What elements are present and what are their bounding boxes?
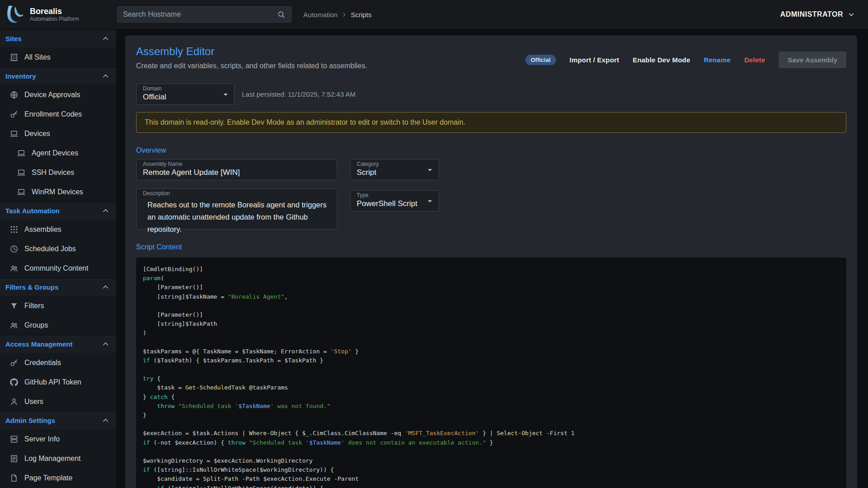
code-line: try { bbox=[143, 374, 846, 383]
code-line bbox=[143, 420, 846, 429]
overview-label: Overview bbox=[136, 146, 846, 155]
sidebar-item-scheduled-jobs[interactable]: Scheduled Jobs bbox=[0, 239, 116, 258]
sidebar-item-label: GitHub API Token bbox=[24, 378, 81, 386]
import-export-button[interactable]: Import / Export bbox=[570, 56, 619, 64]
delete-button[interactable]: Delete bbox=[744, 56, 765, 64]
user-menu[interactable]: ADMINISTRATOR bbox=[780, 10, 855, 19]
type-select[interactable]: Type PowerShell Script bbox=[350, 190, 439, 211]
sidebar-item-users[interactable]: Users bbox=[0, 392, 116, 411]
script-editor[interactable]: [CmdletBinding()]param( [Parameter()] [s… bbox=[136, 258, 846, 488]
description-field[interactable]: Description Reaches out to the remote Bo… bbox=[136, 188, 337, 230]
key-icon bbox=[9, 110, 19, 119]
key-icon bbox=[9, 358, 19, 367]
sidebar-item-all-sites[interactable]: All Sites bbox=[0, 47, 116, 67]
sidebar-item-ssh-devices[interactable]: SSH Devices bbox=[0, 163, 116, 182]
sidebar-section-task-automation[interactable]: Task Automation bbox=[0, 202, 116, 220]
filter-icon bbox=[9, 301, 19, 310]
breadcrumb-scripts[interactable]: Scripts bbox=[351, 11, 372, 19]
sidebar-section-admin-settings[interactable]: Admin Settings bbox=[0, 411, 116, 429]
clock-icon bbox=[9, 244, 19, 253]
sidebar-item-winrm-devices[interactable]: WinRM Devices bbox=[0, 182, 116, 202]
sidebar-item-github-api-token[interactable]: GitHub API Token bbox=[0, 372, 116, 392]
github-icon bbox=[9, 378, 19, 387]
sidebar-section-label: Inventory bbox=[5, 72, 36, 80]
sidebar-item-enrollment-codes[interactable]: Enrollment Codes bbox=[0, 104, 116, 124]
sidebar-section-filters-groups[interactable]: Filters & Groups bbox=[0, 278, 116, 296]
description-value: Reaches out to the remote Borealis agent… bbox=[143, 197, 330, 235]
domain-badge: Official bbox=[525, 55, 556, 65]
sidebar-section-inventory[interactable]: Inventory bbox=[0, 67, 116, 85]
dropdown-caret-icon bbox=[425, 165, 435, 175]
category-label: Category bbox=[357, 161, 422, 167]
overview-fields: Assembly Name Remote Agent Update [WIN] … bbox=[136, 159, 846, 230]
sidebar-section-sites[interactable]: Sites bbox=[0, 29, 116, 47]
chevron-up-icon bbox=[101, 72, 110, 80]
search-box[interactable] bbox=[117, 6, 292, 23]
sidebar-item-label: Scheduled Jobs bbox=[24, 245, 76, 253]
code-line: [Parameter()] bbox=[143, 283, 846, 292]
people-icon bbox=[9, 321, 19, 330]
breadcrumb: Automation Scripts bbox=[303, 11, 372, 19]
brand-name: Borealis bbox=[30, 7, 79, 16]
type-value: PowerShell Script bbox=[357, 199, 422, 208]
search-icon bbox=[277, 10, 286, 19]
enable-dev-mode-button[interactable]: Enable Dev Mode bbox=[632, 56, 690, 64]
brand[interactable]: Borealis Automation Platform bbox=[0, 4, 116, 25]
sidebar-section-label: Task Automation bbox=[5, 207, 60, 215]
sidebar-item-filters[interactable]: Filters bbox=[0, 296, 116, 315]
sidebar-item-groups[interactable]: Groups bbox=[0, 315, 116, 335]
assembly-name-field[interactable]: Assembly Name Remote Agent Update [WIN] bbox=[136, 159, 337, 180]
code-line: param( bbox=[143, 274, 846, 283]
code-line: } catch { bbox=[143, 393, 846, 402]
server-icon bbox=[9, 435, 19, 444]
sidebar: SitesAll SitesInventoryDevice ApprovalsE… bbox=[0, 29, 116, 488]
sidebar-item-label: Assemblies bbox=[24, 225, 61, 234]
main-content: Assembly Editor Create and edit variable… bbox=[116, 29, 868, 488]
sidebar-item-devices[interactable]: Devices bbox=[0, 124, 116, 143]
code-line: [string]$TaskPath bbox=[143, 319, 846, 328]
breadcrumb-automation[interactable]: Automation bbox=[303, 11, 338, 19]
code-line: $candidate = Split-Path -Path $execActio… bbox=[143, 474, 846, 483]
sidebar-item-credentials[interactable]: Credentials bbox=[0, 353, 116, 372]
sidebar-item-label: Groups bbox=[24, 321, 48, 329]
code-line: [string]$TaskName = "Borealis Agent", bbox=[143, 292, 846, 301]
chevron-up-icon bbox=[101, 283, 110, 291]
dropdown-caret-icon bbox=[221, 89, 231, 99]
domain-select[interactable]: Domain Official bbox=[136, 84, 235, 105]
editor-actions: Official Import / Export Enable Dev Mode… bbox=[525, 52, 846, 68]
sidebar-item-assemblies[interactable]: Assemblies bbox=[0, 220, 116, 239]
sidebar-section-label: Access Management bbox=[5, 340, 72, 348]
laptop-icon bbox=[17, 149, 26, 158]
assembly-editor-panel: Assembly Editor Create and edit variable… bbox=[125, 35, 857, 488]
chevron-right-icon bbox=[341, 12, 347, 18]
save-assembly-button[interactable]: Save Assembly bbox=[778, 52, 846, 68]
sidebar-item-device-approvals[interactable]: Device Approvals bbox=[0, 85, 116, 104]
chevron-down-icon bbox=[847, 10, 855, 19]
page-icon bbox=[9, 474, 19, 483]
top-bar: Borealis Automation Platform Automation … bbox=[0, 0, 868, 29]
rename-button[interactable]: Rename bbox=[704, 56, 731, 64]
assembly-name-value: Remote Agent Update [WIN] bbox=[143, 168, 330, 177]
chevron-up-icon bbox=[101, 34, 110, 43]
sidebar-item-server-info[interactable]: Server Info bbox=[0, 429, 116, 449]
people-icon bbox=[9, 264, 19, 273]
code-line: $task = Get-ScheduledTask @taskParams bbox=[143, 383, 846, 392]
code-line: if (-not $execAction) { throw "Scheduled… bbox=[143, 438, 846, 447]
category-select[interactable]: Category Script bbox=[350, 159, 439, 180]
sidebar-item-agent-devices[interactable]: Agent Devices bbox=[0, 143, 116, 163]
search-input[interactable] bbox=[123, 10, 277, 19]
sidebar-item-log-management[interactable]: Log Management bbox=[0, 449, 116, 468]
sidebar-item-page-template[interactable]: Page Template bbox=[0, 468, 116, 488]
code-line: $execAction = $task.Actions | Where-Obje… bbox=[143, 429, 846, 438]
user-icon bbox=[9, 397, 19, 406]
globe-icon bbox=[9, 90, 19, 99]
sidebar-item-community-content[interactable]: Community Content bbox=[0, 258, 116, 278]
sidebar-item-label: Page Template bbox=[24, 474, 72, 482]
sidebar-item-label: Enrollment Codes bbox=[24, 110, 82, 118]
sidebar-item-label: Credentials bbox=[24, 359, 61, 367]
readonly-warning: This domain is read-only. Enable Dev Mod… bbox=[136, 112, 846, 133]
sidebar-section-access-management[interactable]: Access Management bbox=[0, 335, 116, 353]
code-line: if ([string]::IsNullOrWhiteSpace($workin… bbox=[143, 465, 846, 474]
script-content-label: Script Content bbox=[136, 243, 846, 251]
laptop-icon bbox=[9, 129, 19, 138]
